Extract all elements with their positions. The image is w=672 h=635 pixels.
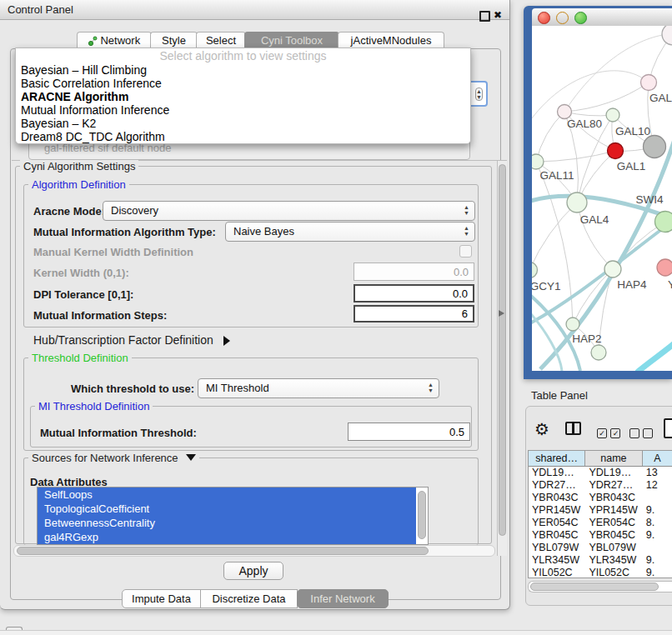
settings-horizontal-scrollbar[interactable] — [13, 545, 495, 557]
table-horizontal-scrollbar[interactable] — [528, 581, 672, 592]
split-columns-icon[interactable] — [565, 422, 581, 435]
menu-item[interactable]: Bayesian – Hill Climbing — [16, 63, 470, 77]
sources-toggle[interactable]: Sources for Network Inference — [28, 452, 199, 464]
algorithm-dropdown-menu: Select algorithm to view settings Bayesi… — [15, 48, 471, 144]
settings-vertical-scrollbar[interactable] — [497, 161, 507, 556]
threshold-definition-title: Threshold Definition — [28, 352, 132, 364]
aracne-mode-combo[interactable]: Discovery ▲▼ — [103, 201, 475, 221]
mi-threshold-input[interactable] — [348, 422, 470, 441]
gear-icon[interactable]: ⚙ — [534, 419, 549, 439]
minimize-traffic-light[interactable] — [556, 12, 569, 24]
data-attributes-list[interactable]: SelfLoopsTopologicalCoefficientBetweenne… — [37, 487, 429, 545]
table-row[interactable]: YER054CYER054C8. — [529, 517, 672, 529]
table-cell: YBR045C — [529, 529, 585, 542]
table-cell: YLR345W — [529, 554, 585, 567]
column-header[interactable]: A — [643, 451, 672, 466]
table-row[interactable]: YBL079WYBL079W — [529, 542, 672, 554]
tab-network[interactable]: Network — [77, 32, 152, 49]
mi-steps-input[interactable] — [354, 305, 474, 322]
algorithm-menu-items: Bayesian – Hill ClimbingBasic Correlatio… — [16, 63, 470, 143]
table-cell: YIL052C — [529, 567, 585, 578]
network-node-SWI4[interactable] — [655, 212, 672, 232]
restore-icon[interactable] — [479, 11, 490, 22]
column-header[interactable]: name — [585, 451, 642, 466]
tab-style[interactable]: Style — [150, 32, 198, 49]
deselect-all-columns-icon[interactable] — [629, 425, 653, 440]
network-node-GAL1[interactable] — [608, 143, 624, 159]
tab-impute-data[interactable]: Impute Data — [122, 589, 201, 608]
hub-definition-toggle[interactable]: Hub/Transcription Factor Definition — [33, 333, 230, 347]
network-edge[interactable] — [532, 202, 577, 270]
network-node-GAL10[interactable] — [606, 108, 619, 122]
network-node-HAP2[interactable] — [566, 318, 579, 331]
control-panel-titlebar[interactable]: Control Panel — [0, 0, 509, 20]
tab-discretize-data[interactable]: Discretize Data — [200, 589, 298, 608]
which-threshold-combo[interactable]: MI Threshold ▲▼ — [198, 378, 439, 398]
node-table[interactable]: shared…nameA YDL19…YDL19…13YDR27…YDR27…1… — [528, 450, 672, 578]
table-row[interactable]: YDR27…YDR27…12 — [529, 479, 672, 492]
network-node-HAP4[interactable] — [604, 261, 621, 278]
attribute-item[interactable]: SelfLoops — [38, 488, 416, 502]
network-node[interactable] — [591, 345, 606, 360]
table-cell — [643, 492, 672, 504]
network-node-GAL11[interactable] — [532, 154, 544, 169]
menu-item[interactable]: Dream8 DC_TDC Algorithm — [16, 130, 470, 143]
table-row[interactable]: YBR043CYBR043C — [529, 492, 672, 504]
attribute-item[interactable]: TopologicalCoefficient — [38, 502, 416, 516]
network-node-GAL[interactable] — [641, 75, 657, 91]
network-canvas[interactable]: GALGAL80GAL10GAL1GAL11GAL4SWI4HAP4YGCY1H… — [532, 26, 672, 371]
document-icon[interactable] — [664, 418, 672, 438]
menu-item[interactable]: Bayesian – K2 — [16, 117, 470, 130]
tab-select[interactable]: Select — [196, 32, 246, 49]
table-cell: YIL052C — [585, 567, 642, 578]
list-scrollbar-thumb[interactable] — [418, 491, 426, 539]
network-edge[interactable] — [564, 82, 649, 112]
tab-jactivemnodules[interactable]: jActiveMNodules — [338, 32, 444, 49]
table-cell: 8. — [643, 517, 672, 529]
network-edge[interactable] — [536, 112, 564, 162]
attribute-item[interactable]: gal4RGexp — [38, 530, 416, 544]
table-row[interactable]: YPR145WYPR145W9. — [529, 504, 672, 517]
mi-type-combo[interactable]: Naive Bayes ▲▼ — [225, 222, 475, 242]
table-row[interactable]: YDL19…YDL19…13 — [529, 467, 672, 479]
attribute-item[interactable]: BetweennessCentrality — [38, 516, 416, 530]
network-node[interactable] — [662, 26, 672, 45]
close-traffic-light[interactable] — [538, 12, 550, 24]
scrollbar-thumb[interactable] — [17, 547, 429, 555]
tab-infer-network[interactable]: Infer Network — [297, 589, 389, 608]
tab-cyni-toolbox[interactable]: Cyni Toolbox — [244, 32, 339, 49]
apply-button[interactable]: Apply — [223, 562, 283, 580]
network-edge[interactable] — [573, 269, 613, 324]
table-row[interactable]: YBR045CYBR045C9. — [529, 529, 672, 542]
kernel-width-input[interactable] — [354, 262, 474, 281]
node-label: GAL80 — [567, 118, 602, 130]
select-all-columns-icon[interactable]: ✓ ✓ — [597, 425, 620, 440]
network-node[interactable] — [644, 136, 666, 158]
menu-item[interactable]: ARACNE Algorithm — [16, 90, 470, 103]
network-window-titlebar[interactable] — [532, 8, 672, 27]
table-cell: 12 — [643, 479, 672, 492]
chevron-down-icon — [186, 454, 196, 461]
network-node-Y[interactable] — [657, 259, 672, 276]
menu-item[interactable]: Mutual Information Inference — [16, 103, 470, 117]
close-icon[interactable]: ✖ — [494, 9, 502, 21]
network-edge[interactable] — [577, 202, 613, 269]
dpi-tolerance-input[interactable] — [354, 284, 474, 302]
mi-threshold-label: Mutual Information Threshold: — [40, 427, 197, 439]
table-row[interactable]: YLR345WYLR345W9. — [529, 554, 672, 567]
scrollbar-thumb[interactable] — [530, 582, 659, 591]
network-node-GAL4[interactable] — [567, 192, 587, 212]
tab-label: Select — [206, 34, 236, 47]
network-node-GCY1[interactable] — [532, 262, 538, 278]
maximize-traffic-light[interactable] — [574, 12, 587, 24]
column-header[interactable]: shared… — [529, 451, 585, 466]
manual-kernel-checkbox[interactable] — [459, 245, 472, 258]
node-label: Y — [668, 278, 672, 291]
table-row[interactable]: YIL052CYIL052C9. — [529, 567, 672, 578]
table-cell: YDL19… — [585, 467, 642, 479]
scrollbar-thumb[interactable] — [499, 164, 506, 536]
node-label: GAL10 — [615, 125, 650, 138]
network-node-GAL80[interactable] — [558, 105, 572, 119]
dpi-tolerance-label: DPI Tolerance [0,1]: — [33, 288, 133, 301]
menu-item[interactable]: Basic Correlation Inference — [16, 77, 470, 90]
